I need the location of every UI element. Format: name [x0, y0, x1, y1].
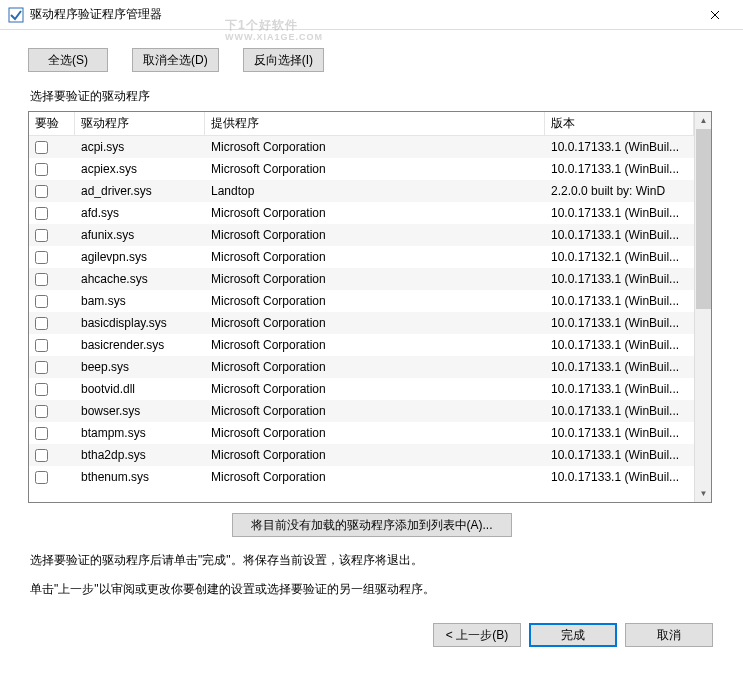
- row-checkbox[interactable]: [35, 361, 48, 374]
- row-checkbox-cell: [29, 383, 75, 396]
- column-version[interactable]: 版本: [545, 112, 694, 135]
- row-checkbox[interactable]: [35, 229, 48, 242]
- row-checkbox-cell: [29, 207, 75, 220]
- invert-selection-button[interactable]: 反向选择(I): [243, 48, 324, 72]
- table-row[interactable]: basicrender.sysMicrosoft Corporation10.0…: [29, 334, 694, 356]
- row-checkbox[interactable]: [35, 251, 48, 264]
- row-checkbox[interactable]: [35, 449, 48, 462]
- row-checkbox[interactable]: [35, 141, 48, 154]
- row-checkbox[interactable]: [35, 185, 48, 198]
- row-provider: Microsoft Corporation: [205, 338, 545, 352]
- row-version: 10.0.17133.1 (WinBuil...: [545, 294, 694, 308]
- row-driver: afunix.sys: [75, 228, 205, 242]
- row-checkbox[interactable]: [35, 405, 48, 418]
- row-driver: agilevpn.sys: [75, 250, 205, 264]
- table-row[interactable]: agilevpn.sysMicrosoft Corporation10.0.17…: [29, 246, 694, 268]
- listview-header: 要验 驱动程序 提供程序 版本: [29, 112, 694, 136]
- row-driver: ad_driver.sys: [75, 184, 205, 198]
- column-provider[interactable]: 提供程序: [205, 112, 545, 135]
- row-driver: basicrender.sys: [75, 338, 205, 352]
- row-version: 10.0.17133.1 (WinBuil...: [545, 382, 694, 396]
- row-provider: Landtop: [205, 184, 545, 198]
- table-row[interactable]: basicdisplay.sysMicrosoft Corporation10.…: [29, 312, 694, 334]
- row-driver: bthenum.sys: [75, 470, 205, 484]
- row-checkbox-cell: [29, 163, 75, 176]
- row-driver: basicdisplay.sys: [75, 316, 205, 330]
- table-row[interactable]: bthenum.sysMicrosoft Corporation10.0.171…: [29, 466, 694, 488]
- table-row[interactable]: ahcache.sysMicrosoft Corporation10.0.171…: [29, 268, 694, 290]
- row-checkbox[interactable]: [35, 273, 48, 286]
- row-version: 10.0.17133.1 (WinBuil...: [545, 360, 694, 374]
- window-title: 驱动程序验证程序管理器: [30, 6, 695, 23]
- row-checkbox-cell: [29, 229, 75, 242]
- close-button[interactable]: [695, 1, 735, 29]
- row-provider: Microsoft Corporation: [205, 404, 545, 418]
- table-row[interactable]: beep.sysMicrosoft Corporation10.0.17133.…: [29, 356, 694, 378]
- table-row[interactable]: acpi.sysMicrosoft Corporation10.0.17133.…: [29, 136, 694, 158]
- table-row[interactable]: ad_driver.sysLandtop2.2.0.0 built by: Wi…: [29, 180, 694, 202]
- row-driver: bam.sys: [75, 294, 205, 308]
- row-provider: Microsoft Corporation: [205, 272, 545, 286]
- finish-button[interactable]: 完成: [529, 623, 617, 647]
- row-version: 10.0.17133.1 (WinBuil...: [545, 140, 694, 154]
- listview-rows: acpi.sysMicrosoft Corporation10.0.17133.…: [29, 136, 694, 488]
- vertical-scrollbar[interactable]: ▲ ▼: [694, 112, 711, 502]
- cancel-button[interactable]: 取消: [625, 623, 713, 647]
- scroll-thumb[interactable]: [696, 129, 711, 309]
- row-driver: ahcache.sys: [75, 272, 205, 286]
- row-checkbox[interactable]: [35, 383, 48, 396]
- row-version: 10.0.17133.1 (WinBuil...: [545, 426, 694, 440]
- row-checkbox[interactable]: [35, 339, 48, 352]
- driver-listview: 要验 驱动程序 提供程序 版本 acpi.sysMicrosoft Corpor…: [28, 111, 712, 503]
- row-checkbox-cell: [29, 339, 75, 352]
- row-checkbox-cell: [29, 185, 75, 198]
- table-row[interactable]: bam.sysMicrosoft Corporation10.0.17133.1…: [29, 290, 694, 312]
- row-checkbox-cell: [29, 273, 75, 286]
- row-driver: btampm.sys: [75, 426, 205, 440]
- column-driver[interactable]: 驱动程序: [75, 112, 205, 135]
- table-row[interactable]: afd.sysMicrosoft Corporation10.0.17133.1…: [29, 202, 694, 224]
- row-driver: acpi.sys: [75, 140, 205, 154]
- row-provider: Microsoft Corporation: [205, 206, 545, 220]
- row-provider: Microsoft Corporation: [205, 140, 545, 154]
- row-version: 10.0.17133.1 (WinBuil...: [545, 338, 694, 352]
- row-driver: beep.sys: [75, 360, 205, 374]
- row-checkbox-cell: [29, 141, 75, 154]
- row-checkbox[interactable]: [35, 295, 48, 308]
- row-provider: Microsoft Corporation: [205, 228, 545, 242]
- table-row[interactable]: btampm.sysMicrosoft Corporation10.0.1713…: [29, 422, 694, 444]
- row-checkbox-cell: [29, 317, 75, 330]
- add-unloaded-drivers-button[interactable]: 将目前没有加载的驱动程序添加到列表中(A)...: [232, 513, 512, 537]
- row-checkbox[interactable]: [35, 163, 48, 176]
- select-all-button[interactable]: 全选(S): [28, 48, 108, 72]
- row-version: 10.0.17133.1 (WinBuil...: [545, 162, 694, 176]
- row-version: 10.0.17133.1 (WinBuil...: [545, 404, 694, 418]
- table-row[interactable]: bowser.sysMicrosoft Corporation10.0.1713…: [29, 400, 694, 422]
- row-checkbox-cell: [29, 361, 75, 374]
- row-version: 10.0.17133.1 (WinBuil...: [545, 470, 694, 484]
- titlebar: 驱动程序验证程序管理器: [0, 0, 743, 30]
- deselect-all-button[interactable]: 取消全选(D): [132, 48, 219, 72]
- row-version: 10.0.17133.1 (WinBuil...: [545, 228, 694, 242]
- row-checkbox-cell: [29, 449, 75, 462]
- scroll-down-icon[interactable]: ▼: [695, 485, 712, 502]
- row-version: 10.0.17132.1 (WinBuil...: [545, 250, 694, 264]
- selection-buttons: 全选(S) 取消全选(D) 反向选择(I): [28, 48, 715, 72]
- row-checkbox-cell: [29, 427, 75, 440]
- table-row[interactable]: acpiex.sysMicrosoft Corporation10.0.1713…: [29, 158, 694, 180]
- row-checkbox[interactable]: [35, 427, 48, 440]
- table-row[interactable]: bootvid.dllMicrosoft Corporation10.0.171…: [29, 378, 694, 400]
- table-row[interactable]: btha2dp.sysMicrosoft Corporation10.0.171…: [29, 444, 694, 466]
- row-provider: Microsoft Corporation: [205, 448, 545, 462]
- column-check[interactable]: 要验: [29, 112, 75, 135]
- row-checkbox[interactable]: [35, 471, 48, 484]
- wizard-footer: < 上一步(B) 完成 取消: [28, 623, 715, 647]
- row-checkbox[interactable]: [35, 207, 48, 220]
- row-checkbox[interactable]: [35, 317, 48, 330]
- table-row[interactable]: afunix.sysMicrosoft Corporation10.0.1713…: [29, 224, 694, 246]
- row-checkbox-cell: [29, 295, 75, 308]
- back-button[interactable]: < 上一步(B): [433, 623, 521, 647]
- row-version: 10.0.17133.1 (WinBuil...: [545, 206, 694, 220]
- row-provider: Microsoft Corporation: [205, 250, 545, 264]
- scroll-up-icon[interactable]: ▲: [695, 112, 712, 129]
